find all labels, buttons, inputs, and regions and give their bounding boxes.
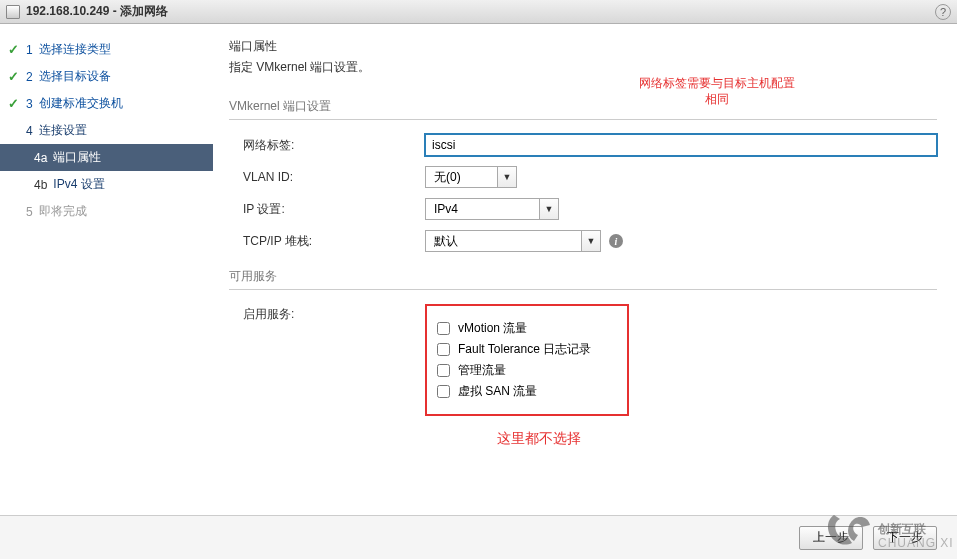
row-tcpip: TCP/IP 堆栈: 默认 ▼ i xyxy=(229,230,937,252)
checkbox-input[interactable] xyxy=(437,343,450,356)
content-pane: 端口属性 指定 VMkernel 端口设置。 网络标签需要与目标主机配置 相同 … xyxy=(213,24,957,514)
checkbox-label: 管理流量 xyxy=(458,362,506,379)
substep-num: 4a xyxy=(34,151,47,165)
label-tcpip: TCP/IP 堆栈: xyxy=(229,233,425,250)
step-label: 即将完成 xyxy=(39,203,87,220)
checkbox-vmotion[interactable]: vMotion 流量 xyxy=(437,320,613,337)
next-button[interactable]: 下一步 xyxy=(873,526,937,550)
substep-label: 端口属性 xyxy=(53,149,101,166)
checkbox-fault-tolerance[interactable]: Fault Tolerance 日志记录 xyxy=(437,341,613,358)
row-vlan: VLAN ID: 无(0) ▼ xyxy=(229,166,937,188)
window-title: 192.168.10.249 - 添加网络 xyxy=(26,3,168,20)
checkbox-label: vMotion 流量 xyxy=(458,320,527,337)
label-ip-settings: IP 设置: xyxy=(229,201,425,218)
footer: 上一步 下一步 xyxy=(0,515,957,559)
services-checkbox-group: vMotion 流量 Fault Tolerance 日志记录 管理流量 虚拟 … xyxy=(425,304,629,416)
checkbox-input[interactable] xyxy=(437,322,450,335)
checkbox-management[interactable]: 管理流量 xyxy=(437,362,613,379)
step-label: 选择连接类型 xyxy=(39,41,111,58)
tcpip-combo[interactable]: 默认 ▼ xyxy=(425,230,601,252)
checkbox-input[interactable] xyxy=(437,385,450,398)
checkbox-label: 虚拟 SAN 流量 xyxy=(458,383,537,400)
wizard-step-3[interactable]: ✓ 3 创建标准交换机 xyxy=(0,90,213,117)
ip-combo-text: IPv4 xyxy=(426,199,540,219)
check-icon: ✓ xyxy=(8,96,22,111)
chevron-down-icon[interactable]: ▼ xyxy=(582,231,600,251)
step-num: 3 xyxy=(26,97,33,111)
ip-settings-combo[interactable]: IPv4 ▼ xyxy=(425,198,559,220)
content-title: 端口属性 xyxy=(229,38,937,55)
titlebar: 192.168.10.249 - 添加网络 ? xyxy=(0,0,957,24)
vlan-combo-text: 无(0) xyxy=(426,167,498,187)
info-icon[interactable]: i xyxy=(609,234,623,248)
check-icon: ✓ xyxy=(8,42,22,57)
annotation-bottom: 这里都不选择 xyxy=(439,430,639,448)
host-icon xyxy=(6,5,20,19)
check-icon: ✓ xyxy=(8,69,22,84)
chevron-down-icon[interactable]: ▼ xyxy=(498,167,516,187)
chevron-down-icon[interactable]: ▼ xyxy=(540,199,558,219)
wizard-substep-4a[interactable]: 4a 端口属性 xyxy=(0,144,213,171)
content-desc: 指定 VMkernel 端口设置。 xyxy=(229,59,937,76)
step-num: 5 xyxy=(26,205,33,219)
section-label-vmkernel: VMkernel 端口设置 xyxy=(229,98,937,120)
network-label-input[interactable] xyxy=(425,134,937,156)
step-label: 选择目标设备 xyxy=(39,68,111,85)
wizard-step-2[interactable]: ✓ 2 选择目标设备 xyxy=(0,63,213,90)
tcpip-combo-text: 默认 xyxy=(426,231,582,251)
row-network-label: 网络标签: xyxy=(229,134,937,156)
annotation-top: 网络标签需要与目标主机配置 相同 xyxy=(639,76,795,107)
label-vlan: VLAN ID: xyxy=(229,170,425,184)
step-num: 1 xyxy=(26,43,33,57)
wizard-step-1[interactable]: ✓ 1 选择连接类型 xyxy=(0,36,213,63)
substep-label: IPv4 设置 xyxy=(53,176,104,193)
checkbox-label: Fault Tolerance 日志记录 xyxy=(458,341,591,358)
wizard-sidebar: ✓ 1 选择连接类型 ✓ 2 选择目标设备 ✓ 3 创建标准交换机 4 连接设置… xyxy=(0,24,213,514)
step-label: 创建标准交换机 xyxy=(39,95,123,112)
substep-num: 4b xyxy=(34,178,47,192)
main-area: ✓ 1 选择连接类型 ✓ 2 选择目标设备 ✓ 3 创建标准交换机 4 连接设置… xyxy=(0,24,957,514)
checkbox-vsan[interactable]: 虚拟 SAN 流量 xyxy=(437,383,613,400)
step-num: 4 xyxy=(26,124,33,138)
step-num: 2 xyxy=(26,70,33,84)
wizard-step-5: 5 即将完成 xyxy=(0,198,213,225)
services-section-label: 可用服务 xyxy=(229,268,937,290)
row-ip-settings: IP 设置: IPv4 ▼ xyxy=(229,198,937,220)
services-section: 可用服务 启用服务: vMotion 流量 Fault Tolerance 日志… xyxy=(229,268,937,448)
enable-services-label: 启用服务: xyxy=(229,304,425,416)
label-network-label: 网络标签: xyxy=(229,137,425,154)
help-icon[interactable]: ? xyxy=(935,4,951,20)
step-label: 连接设置 xyxy=(39,122,87,139)
services-row: 启用服务: vMotion 流量 Fault Tolerance 日志记录 管理… xyxy=(229,304,937,416)
vlan-combo[interactable]: 无(0) ▼ xyxy=(425,166,517,188)
wizard-step-4[interactable]: 4 连接设置 xyxy=(0,117,213,144)
prev-button[interactable]: 上一步 xyxy=(799,526,863,550)
wizard-substep-4b[interactable]: 4b IPv4 设置 xyxy=(0,171,213,198)
checkbox-input[interactable] xyxy=(437,364,450,377)
